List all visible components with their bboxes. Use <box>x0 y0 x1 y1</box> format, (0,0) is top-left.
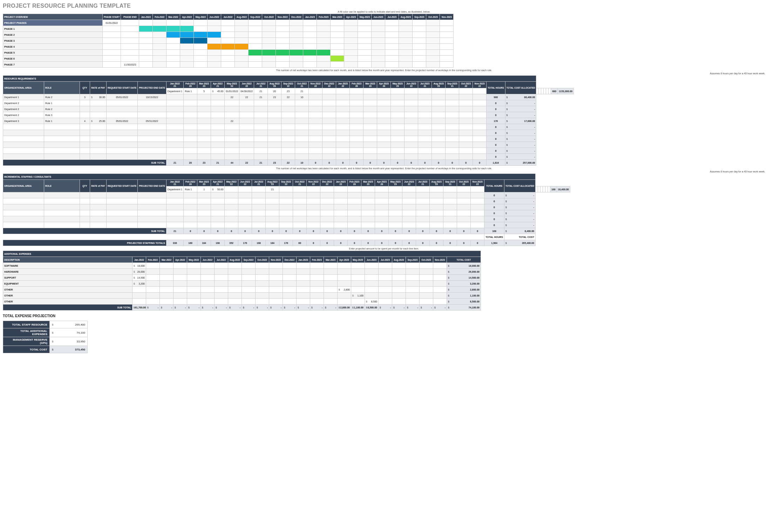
table-row[interactable]: SUPPORT14,50014,500.00 <box>3 275 481 281</box>
table-row[interactable]: OTHER8,5008,500.00 <box>3 299 481 305</box>
table-row[interactable]: 0- <box>3 154 574 160</box>
table-row[interactable]: 0- <box>3 222 570 228</box>
incremental-staffing-table: INCREMENTAL STAFFING / CONSULTANTSORGANI… <box>3 173 570 246</box>
caption-hours: Assumes 8 hours per day for a 40 hour wo… <box>3 72 765 75</box>
table-row[interactable]: HARDWARE26,00026,000.00 <box>3 269 481 275</box>
caption-workdays: The number of net workdays has been calc… <box>3 69 765 71</box>
page-title: PROJECT RESOURCE PLANNING TEMPLATE <box>3 3 765 9</box>
table-row[interactable]: OTHER1,1001,100.00 <box>3 293 481 299</box>
table-row[interactable]: 0- <box>3 192 570 198</box>
caption-workdays2: The number of net workdays has been calc… <box>3 167 765 170</box>
table-row[interactable]: 0- <box>3 204 570 210</box>
table-row[interactable]: 0- <box>3 124 574 130</box>
table-row[interactable]: Department 2Role 20- <box>3 106 574 112</box>
caption-expense: Enter projected amount to be spent per m… <box>3 247 765 250</box>
table-row[interactable]: Department 2Role 10- <box>3 100 574 106</box>
table-row[interactable]: 0- <box>3 130 574 136</box>
table-row[interactable]: 0- <box>3 198 570 204</box>
resource-requirements-table: RESOURCE REQUIREMENTSORGANIZATIONAL AREA… <box>3 75 574 166</box>
table-row[interactable]: EQUIPMENT3,2003,200.00 <box>3 281 481 287</box>
table-row[interactable]: SOFTWARE18,00018,000.00 <box>3 263 481 269</box>
total-expense-summary: TOTAL STAFF RESOURCE265,400TOTAL ADDITIO… <box>3 321 88 353</box>
project-overview-table: PROJECT OVERVIEWPHASE STARTPHASE ENDJan-… <box>3 14 454 68</box>
table-row[interactable]: OTHER2,8002,800.00 <box>3 287 481 293</box>
summary-title: TOTAL EXPENSE PROJECTION <box>3 314 765 318</box>
caption-fill: A fill color can be applied to cells to … <box>3 11 765 13</box>
table-row[interactable]: 0- <box>3 216 570 222</box>
table-row[interactable]: Department 1Role 2330.0005/01/202210/15/… <box>3 94 574 100</box>
caption-hours2: Assumes 8 hours per day for a 40 hour wo… <box>3 170 765 173</box>
table-row[interactable]: Department 3Role 1425.0005/01/202205/31/… <box>3 118 574 124</box>
table-row[interactable]: 0- <box>3 148 574 154</box>
table-row[interactable]: 0- <box>3 210 570 216</box>
table-row[interactable]: 0- <box>3 136 574 142</box>
additional-expenses-table: ADDITIONAL EXPENSESDESCRIPTIONJan-2022Fe… <box>3 251 481 311</box>
table-row[interactable]: Department 2Role 30- <box>3 112 574 118</box>
table-row[interactable]: 0- <box>3 142 574 148</box>
